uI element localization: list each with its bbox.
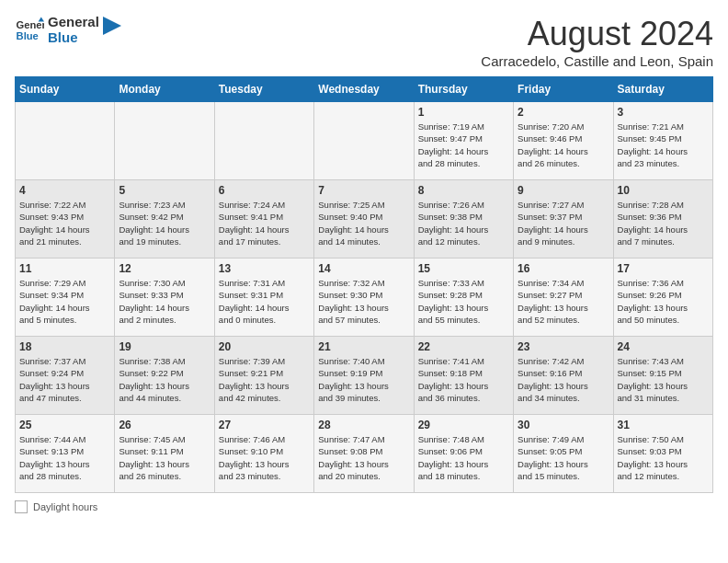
day-info: Sunrise: 7:46 AM Sunset: 9:10 PM Dayligh… bbox=[219, 433, 310, 482]
calendar-day-cell: 1Sunrise: 7:19 AM Sunset: 9:47 PM Daylig… bbox=[414, 102, 513, 180]
day-number: 12 bbox=[119, 262, 210, 275]
calendar-day-cell: 9Sunrise: 7:27 AM Sunset: 9:37 PM Daylig… bbox=[514, 180, 613, 259]
calendar-day-cell: 4Sunrise: 7:22 AM Sunset: 9:43 PM Daylig… bbox=[16, 180, 115, 259]
daylight-box bbox=[15, 500, 28, 513]
day-number: 2 bbox=[518, 106, 609, 119]
day-number: 25 bbox=[19, 419, 110, 431]
calendar-day-cell: 26Sunrise: 7:45 AM Sunset: 9:11 PM Dayli… bbox=[115, 415, 214, 493]
weekday-header-sunday: Sunday bbox=[16, 77, 115, 102]
title-block: August 2024 Carracedelo, Castille and Le… bbox=[481, 15, 713, 69]
day-number: 18 bbox=[19, 340, 110, 353]
calendar-day-cell bbox=[16, 102, 115, 180]
day-number: 4 bbox=[19, 184, 110, 197]
calendar-day-cell: 31Sunrise: 7:50 AM Sunset: 9:03 PM Dayli… bbox=[613, 415, 712, 493]
calendar-day-cell: 3Sunrise: 7:21 AM Sunset: 9:45 PM Daylig… bbox=[613, 102, 712, 180]
day-info: Sunrise: 7:24 AM Sunset: 9:41 PM Dayligh… bbox=[219, 199, 310, 247]
calendar-week-row: 25Sunrise: 7:44 AM Sunset: 9:13 PM Dayli… bbox=[16, 415, 713, 493]
calendar-day-cell: 29Sunrise: 7:48 AM Sunset: 9:06 PM Dayli… bbox=[414, 415, 513, 493]
day-number: 16 bbox=[518, 262, 609, 275]
calendar-day-cell: 19Sunrise: 7:38 AM Sunset: 9:22 PM Dayli… bbox=[115, 337, 214, 415]
weekday-header-tuesday: Tuesday bbox=[214, 77, 313, 102]
day-info: Sunrise: 7:37 AM Sunset: 9:24 PM Dayligh… bbox=[19, 355, 110, 404]
day-number: 31 bbox=[618, 419, 709, 431]
calendar-footer: Daylight hours bbox=[15, 500, 713, 513]
svg-text:Blue: Blue bbox=[17, 29, 39, 40]
calendar-day-cell: 16Sunrise: 7:34 AM Sunset: 9:27 PM Dayli… bbox=[514, 259, 613, 337]
calendar-day-cell: 12Sunrise: 7:30 AM Sunset: 9:33 PM Dayli… bbox=[115, 259, 214, 337]
weekday-header-saturday: Saturday bbox=[613, 77, 712, 102]
calendar-day-cell: 8Sunrise: 7:26 AM Sunset: 9:38 PM Daylig… bbox=[414, 180, 513, 259]
calendar-day-cell: 6Sunrise: 7:24 AM Sunset: 9:41 PM Daylig… bbox=[214, 180, 313, 259]
day-number: 11 bbox=[19, 262, 110, 275]
logo: General Blue General Blue bbox=[15, 15, 121, 45]
calendar-day-cell: 24Sunrise: 7:43 AM Sunset: 9:15 PM Dayli… bbox=[613, 337, 712, 415]
day-info: Sunrise: 7:22 AM Sunset: 9:43 PM Dayligh… bbox=[19, 199, 110, 247]
weekday-header-wednesday: Wednesday bbox=[314, 77, 414, 102]
calendar-day-cell: 7Sunrise: 7:25 AM Sunset: 9:40 PM Daylig… bbox=[314, 180, 414, 259]
day-number: 6 bbox=[219, 184, 310, 197]
calendar-day-cell: 11Sunrise: 7:29 AM Sunset: 9:34 PM Dayli… bbox=[16, 259, 115, 337]
day-info: Sunrise: 7:26 AM Sunset: 9:38 PM Dayligh… bbox=[418, 199, 509, 247]
day-info: Sunrise: 7:29 AM Sunset: 9:34 PM Dayligh… bbox=[19, 277, 110, 326]
calendar-day-cell bbox=[314, 102, 414, 180]
calendar-day-cell: 25Sunrise: 7:44 AM Sunset: 9:13 PM Dayli… bbox=[16, 415, 115, 493]
logo-blue: Blue bbox=[48, 30, 99, 46]
day-number: 17 bbox=[618, 262, 709, 275]
day-number: 10 bbox=[618, 184, 709, 197]
day-number: 28 bbox=[318, 419, 409, 431]
logo-flag-icon bbox=[103, 17, 121, 44]
day-number: 27 bbox=[219, 419, 310, 431]
calendar-day-cell: 18Sunrise: 7:37 AM Sunset: 9:24 PM Dayli… bbox=[16, 337, 115, 415]
day-number: 30 bbox=[518, 419, 609, 431]
logo-icon: General Blue bbox=[15, 16, 44, 45]
calendar-day-cell: 30Sunrise: 7:49 AM Sunset: 9:05 PM Dayli… bbox=[514, 415, 613, 493]
day-number: 23 bbox=[518, 340, 609, 353]
weekday-header-friday: Friday bbox=[514, 77, 613, 102]
calendar-day-cell: 22Sunrise: 7:41 AM Sunset: 9:18 PM Dayli… bbox=[414, 337, 513, 415]
day-number: 14 bbox=[318, 262, 409, 275]
day-info: Sunrise: 7:41 AM Sunset: 9:18 PM Dayligh… bbox=[418, 355, 509, 404]
day-number: 19 bbox=[119, 340, 210, 353]
day-number: 9 bbox=[518, 184, 609, 197]
day-info: Sunrise: 7:19 AM Sunset: 9:47 PM Dayligh… bbox=[418, 121, 509, 169]
calendar-week-row: 1Sunrise: 7:19 AM Sunset: 9:47 PM Daylig… bbox=[16, 102, 713, 180]
weekday-header-thursday: Thursday bbox=[414, 77, 513, 102]
day-info: Sunrise: 7:21 AM Sunset: 9:45 PM Dayligh… bbox=[618, 121, 709, 169]
calendar-day-cell: 2Sunrise: 7:20 AM Sunset: 9:46 PM Daylig… bbox=[514, 102, 613, 180]
day-info: Sunrise: 7:25 AM Sunset: 9:40 PM Dayligh… bbox=[318, 199, 409, 247]
day-number: 7 bbox=[318, 184, 409, 197]
day-number: 29 bbox=[418, 419, 509, 431]
calendar-day-cell: 10Sunrise: 7:28 AM Sunset: 9:36 PM Dayli… bbox=[613, 180, 712, 259]
day-number: 3 bbox=[618, 106, 709, 119]
day-info: Sunrise: 7:50 AM Sunset: 9:03 PM Dayligh… bbox=[618, 433, 709, 482]
day-info: Sunrise: 7:34 AM Sunset: 9:27 PM Dayligh… bbox=[518, 277, 609, 326]
day-number: 24 bbox=[618, 340, 709, 353]
day-number: 22 bbox=[418, 340, 509, 353]
calendar-day-cell bbox=[214, 102, 313, 180]
location-subtitle: Carracedelo, Castille and Leon, Spain bbox=[481, 53, 713, 69]
day-info: Sunrise: 7:20 AM Sunset: 9:46 PM Dayligh… bbox=[518, 121, 609, 169]
calendar-table: SundayMondayTuesdayWednesdayThursdayFrid… bbox=[15, 76, 713, 493]
calendar-day-cell: 14Sunrise: 7:32 AM Sunset: 9:30 PM Dayli… bbox=[314, 259, 414, 337]
day-info: Sunrise: 7:23 AM Sunset: 9:42 PM Dayligh… bbox=[119, 199, 210, 247]
calendar-week-row: 4Sunrise: 7:22 AM Sunset: 9:43 PM Daylig… bbox=[16, 180, 713, 259]
weekday-header-monday: Monday bbox=[115, 77, 214, 102]
day-number: 1 bbox=[418, 106, 509, 119]
day-info: Sunrise: 7:39 AM Sunset: 9:21 PM Dayligh… bbox=[219, 355, 310, 404]
day-info: Sunrise: 7:27 AM Sunset: 9:37 PM Dayligh… bbox=[518, 199, 609, 247]
calendar-day-cell: 13Sunrise: 7:31 AM Sunset: 9:31 PM Dayli… bbox=[214, 259, 313, 337]
calendar-week-row: 11Sunrise: 7:29 AM Sunset: 9:34 PM Dayli… bbox=[16, 259, 713, 337]
calendar-day-cell: 27Sunrise: 7:46 AM Sunset: 9:10 PM Dayli… bbox=[214, 415, 313, 493]
day-info: Sunrise: 7:48 AM Sunset: 9:06 PM Dayligh… bbox=[418, 433, 509, 482]
calendar-day-cell bbox=[115, 102, 214, 180]
day-info: Sunrise: 7:30 AM Sunset: 9:33 PM Dayligh… bbox=[119, 277, 210, 326]
svg-marker-3 bbox=[103, 17, 121, 35]
calendar-day-cell: 28Sunrise: 7:47 AM Sunset: 9:08 PM Dayli… bbox=[314, 415, 414, 493]
daylight-label: Daylight hours bbox=[33, 501, 97, 512]
calendar-day-cell: 17Sunrise: 7:36 AM Sunset: 9:26 PM Dayli… bbox=[613, 259, 712, 337]
day-info: Sunrise: 7:47 AM Sunset: 9:08 PM Dayligh… bbox=[318, 433, 409, 482]
calendar-header-row: SundayMondayTuesdayWednesdayThursdayFrid… bbox=[16, 77, 713, 102]
day-info: Sunrise: 7:44 AM Sunset: 9:13 PM Dayligh… bbox=[19, 433, 110, 482]
day-number: 21 bbox=[318, 340, 409, 353]
day-number: 15 bbox=[418, 262, 509, 275]
